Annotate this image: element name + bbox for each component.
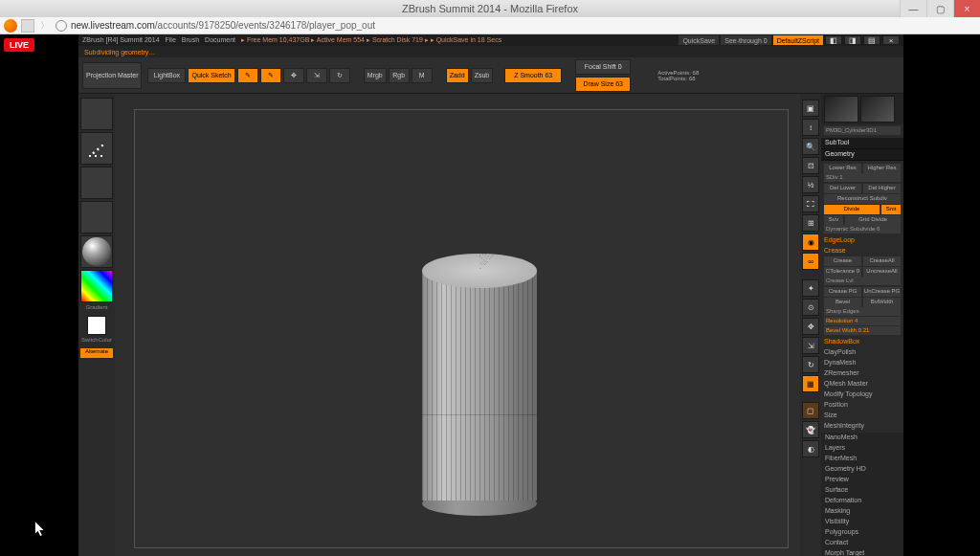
menu-icon-3[interactable]: ▤	[863, 35, 880, 45]
ctolerance-slider[interactable]: CTolerance 0	[824, 267, 861, 277]
strip-zoom-icon[interactable]: 🔍	[802, 138, 819, 155]
strip-rotate3d-icon[interactable]: ↻	[802, 356, 819, 373]
panel-menu-nanomesh[interactable]: NanoMesh	[821, 433, 903, 443]
smt-button[interactable]: Smt	[881, 205, 901, 214]
m-button[interactable]: M	[412, 68, 433, 83]
projection-master-button[interactable]: Projection Master	[82, 62, 142, 89]
sharp-edges-button[interactable]: Sharp Edges	[824, 307, 901, 316]
tool-thumb-1[interactable]	[824, 96, 858, 122]
strip-transp-icon[interactable]: ▢	[802, 402, 819, 419]
lightbox-button[interactable]: LightBox	[147, 68, 186, 83]
strip-floor-icon[interactable]: ⊞	[802, 214, 819, 232]
menu-file[interactable]: File	[166, 36, 176, 44]
zremesher-header[interactable]: ZRemesher	[824, 367, 901, 378]
drawsize-slider[interactable]: Draw Size 63	[575, 77, 631, 92]
seethrough-slider[interactable]: See-through 0	[721, 35, 770, 45]
strip-scale3d-icon[interactable]: ⇲	[802, 337, 819, 354]
panel-menu-geometry-hd[interactable]: Geometry HD	[821, 464, 903, 475]
strip-aa-icon[interactable]: ½	[802, 176, 819, 193]
divide-button[interactable]: Divide	[824, 205, 880, 214]
zsub-button[interactable]: Zsub	[471, 68, 494, 83]
resolution-slider[interactable]: Resolution 4	[824, 317, 901, 325]
subtool-panel-header[interactable]: SubTool	[821, 138, 903, 149]
menu-icon-1[interactable]: ◧	[825, 35, 842, 45]
higher-res-button[interactable]: Higher Res	[863, 164, 901, 173]
grid-divide-button[interactable]: Grid Divide	[845, 215, 901, 225]
strip-solo-icon[interactable]: ◐	[802, 440, 819, 457]
rotate-button[interactable]: ↻	[329, 68, 350, 83]
strip-xpose-icon[interactable]: ✦	[802, 279, 819, 297]
tool-thumb-2[interactable]	[860, 96, 895, 122]
position-header[interactable]: Position	[824, 399, 901, 410]
panel-menu-polygroups[interactable]: Polygroups	[821, 527, 903, 538]
del-higher-button[interactable]: Del Higher	[863, 184, 901, 193]
suv-button[interactable]: Suv	[824, 215, 843, 225]
panel-menu-masking[interactable]: Masking	[821, 506, 903, 517]
draw-button[interactable]: ✎	[260, 68, 281, 83]
uncrease-all-button[interactable]: UncreaseAll	[863, 267, 901, 277]
brush-slot-stroke[interactable]	[80, 132, 113, 165]
edit-button[interactable]: ✎	[237, 68, 258, 83]
del-lower-button[interactable]: Del Lower	[824, 184, 861, 193]
zsmooth-slider[interactable]: Z Smooth 63	[504, 68, 562, 83]
modify-topo-header[interactable]: Modify Topology	[824, 389, 901, 399]
panel-menu-layers[interactable]: Layers	[821, 443, 903, 454]
size-header[interactable]: Size	[824, 410, 901, 420]
mrgb-button[interactable]: Mrgb	[364, 68, 387, 83]
lower-res-button[interactable]: Lower Res	[824, 164, 861, 173]
bevel-width-button[interactable]: BvlWidth	[863, 298, 901, 307]
brush-slot-alpha[interactable]	[80, 167, 113, 199]
quicksave-button[interactable]: QuickSave	[679, 35, 719, 45]
strip-persp-icon[interactable]: ⛶	[802, 195, 819, 212]
edgeloop-label[interactable]: EdgeLoop	[824, 234, 901, 245]
crease-header[interactable]: Crease	[824, 245, 901, 256]
zadd-button[interactable]: Zadd	[446, 68, 469, 83]
color-picker[interactable]	[80, 270, 113, 302]
secondary-color-swatch[interactable]	[87, 316, 106, 335]
move-button[interactable]: ✥	[283, 68, 304, 83]
strip-ghost-icon[interactable]: 👻	[802, 421, 819, 438]
strip-local-icon[interactable]: ◉	[802, 234, 819, 251]
quicksketch-button[interactable]: Quick Sketch	[188, 68, 234, 83]
minimize-button[interactable]: —	[900, 0, 926, 17]
brush-slot-material[interactable]	[80, 235, 113, 268]
panel-menu-morph-target[interactable]: Morph Target	[821, 548, 903, 556]
focal-slider[interactable]: Focal Shift 0	[575, 59, 631, 75]
reconstruct-button[interactable]: Reconstruct Subdiv	[824, 194, 901, 204]
switchcolor-label[interactable]: SwitchColor	[80, 337, 113, 346]
dynamic-sub-slider[interactable]: Dynamic Subdivide 0	[824, 225, 901, 234]
sdiv-slider[interactable]: SDiv 1	[824, 173, 901, 182]
strip-bpr-icon[interactable]: ▣	[802, 100, 819, 117]
panel-menu-surface[interactable]: Surface	[821, 485, 903, 496]
claypolish-header[interactable]: ClayPolish	[824, 346, 901, 357]
qmesh-header[interactable]: QMesh Master	[824, 378, 901, 389]
dynamesh-header[interactable]: DynaMesh	[824, 357, 901, 367]
strip-actual-icon[interactable]: ⊡	[802, 157, 819, 174]
defaultscript-button[interactable]: DefaultZScript	[773, 35, 823, 45]
geometry-panel-header[interactable]: Geometry	[821, 149, 903, 161]
panel-menu-deformation[interactable]: Deformation	[821, 496, 903, 506]
menu-close-icon[interactable]: ×	[882, 35, 900, 45]
crease-pg-button[interactable]: Crease PG	[824, 287, 861, 297]
strip-frame-icon[interactable]: ⊙	[802, 299, 819, 316]
zbrush-canvas[interactable]	[134, 109, 789, 548]
menu-title[interactable]: ZBrush [R4] Summit 2014	[82, 36, 160, 44]
strip-lsym-icon[interactable]: ∞	[802, 253, 819, 270]
strip-scroll-icon[interactable]: ↕	[802, 119, 819, 136]
strip-polyframe-icon[interactable]: ▦	[802, 375, 819, 392]
close-button[interactable]: ×	[953, 0, 980, 17]
menu-brush[interactable]: Brush	[182, 36, 199, 44]
scale-button[interactable]: ⇲	[306, 68, 327, 83]
panel-menu-visibility[interactable]: Visibility	[821, 517, 903, 527]
url-bar[interactable]: 〉 new.livestream.com/accounts/9178250/ev…	[0, 17, 980, 34]
alternate-button[interactable]: Alternate	[80, 348, 113, 358]
brush-slot-texture[interactable]	[80, 201, 113, 234]
bevel-width-slider[interactable]: Bevel Width 0.21	[824, 326, 901, 335]
panel-menu-fibermesh[interactable]: FiberMesh	[821, 454, 903, 464]
uncrease-pg-button[interactable]: UnCrease PG	[863, 287, 901, 297]
panel-menu-preview[interactable]: Preview	[821, 475, 903, 485]
bevel-button[interactable]: Bevel	[824, 298, 861, 307]
shadowbox-header[interactable]: ShadowBox	[824, 336, 901, 346]
crease-lvl-slider[interactable]: Crease Lvl	[824, 277, 901, 285]
brush-slot-1[interactable]	[80, 98, 113, 130]
